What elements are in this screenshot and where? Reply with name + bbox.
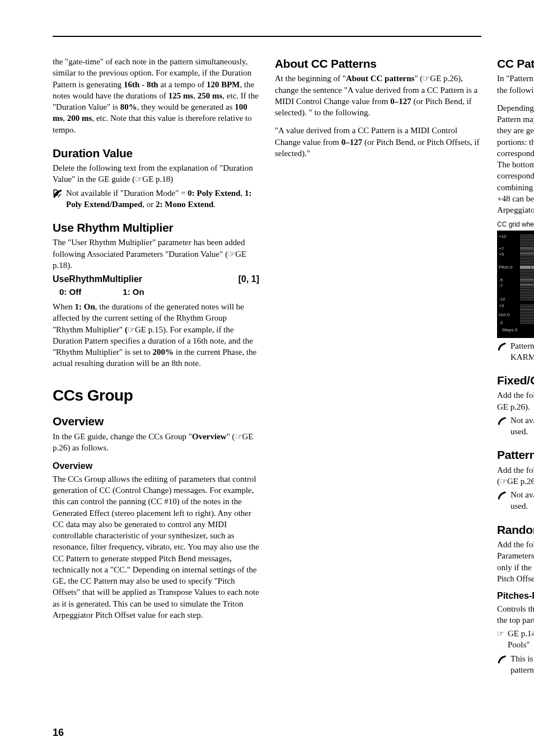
octave-grid [520, 304, 534, 324]
axis-label: +7 [499, 247, 504, 251]
bold: 200% [153, 348, 174, 356]
section-use-rhythm-multiplier: Use Rhythm Multiplier The "User Rhythm M… [53, 220, 259, 369]
bold: 120 BPM [207, 80, 240, 89]
section-cc-pattern: CC Pattern In "Pattern Grid & Associated… [497, 56, 534, 363]
text: at a tempo of [158, 80, 207, 89]
note-icon [53, 189, 63, 199]
bold: 0–127 [390, 97, 411, 106]
note: Not available in Phase 2 when Pitch Offs… [497, 489, 534, 512]
text: At the beginning of " [275, 74, 346, 83]
note-text: Not available in Phase 2 when Pitch Offs… [510, 415, 534, 438]
option-off: 0: Off [59, 287, 81, 297]
grid-highlight-row [520, 252, 534, 255]
param-row: Pitches-Random Factor [-99…+99] [497, 590, 534, 602]
pitch-zero-row [520, 266, 534, 269]
body-text: "A value derived from a CC Pattern is a … [275, 125, 481, 159]
heading: Duration Value [53, 145, 259, 161]
body-text: Delete the following text from the expla… [53, 162, 259, 185]
note-icon [497, 654, 507, 664]
body-text: Controls the shape of the weighting curv… [497, 603, 534, 626]
text: , they would be generated as [137, 102, 235, 111]
axis-label: Pitch 0 [499, 265, 512, 270]
heading: Use Rhythm Multiplier [53, 220, 259, 236]
note: Pattern grids cannot be viewed and edite… [497, 340, 534, 363]
axis-label: +12 [499, 234, 507, 239]
body-text: The CCs Group allows the editing of para… [53, 473, 259, 621]
note-icon [497, 416, 507, 426]
axis-label: +5 [499, 252, 504, 257]
cc-grid-figure: +12 +7 +5 Pitch 0 -5 -7 -12 +3 Oct 0 -3 … [497, 231, 534, 338]
body-text: the "gate-time" of each note in the patt… [53, 56, 259, 135]
heading: CC Pattern [497, 56, 534, 72]
body-text: Add the following note to the explanatio… [497, 389, 534, 412]
note: Not available if "Duration Mode" = 0: Po… [53, 187, 259, 210]
figure-caption: CC grid when being used for Pitch Offset… [497, 220, 534, 229]
body-text: Add the following parameters to Random W… [497, 539, 534, 584]
page-number: 16 [53, 726, 64, 739]
heading: Fixed/On [497, 373, 534, 388]
text: Not available if "Duration Mode" = [66, 189, 188, 198]
grid-highlight-row [520, 247, 534, 250]
body-text: Depending on internal settings of the GE… [497, 102, 534, 216]
axis-label: -12 [499, 297, 505, 302]
bold: 125 ms [168, 91, 194, 100]
grid-highlight-row [520, 279, 534, 281]
note-text: Not available if "Duration Mode" = 0: Po… [66, 187, 259, 210]
section-about-cc-patterns: About CC Patterns At the beginning of "A… [275, 56, 481, 159]
cross-reference: ☞ GE p.14 Rhythm Group: Random Weighting… [497, 628, 534, 651]
text: , or [142, 200, 156, 209]
body-text: When 1: On, the durations of the generat… [53, 301, 259, 369]
intro-paragraph: the "gate-time" of each note in the patt… [53, 56, 259, 135]
axis-label: -3 [499, 321, 503, 325]
axis-label: Oct 0 [499, 313, 509, 317]
section-pattern-type: Pattern Type Add the following note to t… [497, 447, 534, 511]
body-text: At the beginning of "About CC patterns" … [275, 73, 481, 118]
axis-label: -5 [499, 278, 503, 283]
steps-axis: Steps 0 8 16 24 32 40 48 56 64 [520, 327, 534, 335]
axis-label: +3 [499, 304, 504, 308]
axis-label: -7 [499, 284, 503, 288]
bold: 2: Mono Extend [156, 200, 213, 209]
section-ccs-group: CCs Group Overview In the GE guide, chan… [53, 385, 259, 621]
note-icon [497, 490, 507, 500]
note: This is valid only if the GE settings ma… [497, 653, 534, 676]
body-text: In the GE guide, change the CCs Group "O… [53, 431, 259, 454]
page-content: the "gate-time" of each note in the patt… [53, 56, 481, 722]
note-text: Pattern grids cannot be viewed and edite… [510, 340, 534, 363]
bold: 200 ms [67, 114, 92, 123]
bold: About CC patterns [346, 74, 415, 83]
note-icon [497, 341, 507, 351]
bold: Overview [192, 432, 227, 441]
note-text: Not available in Phase 2 when Pitch Offs… [510, 489, 534, 512]
note: Not available in Phase 2 when Pitch Offs… [497, 415, 534, 438]
bold: 0–127 [341, 138, 363, 147]
text: . [213, 200, 216, 209]
xref-text: GE p.14 Rhythm Group: Random Weighting P… [508, 628, 534, 651]
body-text: In "Pattern Grid & Associated Parameters… [497, 73, 534, 96]
bold: 250 ms [198, 91, 223, 100]
note-text: This is valid only if the GE settings ma… [510, 653, 534, 676]
param-row: UseRhythmMultiplier [0, 1] [53, 273, 259, 285]
bold: 16th - 8th [124, 80, 158, 89]
bold: 80% [120, 102, 137, 111]
section-duration-value: Duration Value Delete the following text… [53, 145, 259, 210]
heading: Random Weighting Parameters [497, 522, 534, 538]
param-name: Pitches-Random Factor [497, 590, 534, 602]
text: , [241, 189, 245, 198]
axis-label: Steps 0 [502, 327, 517, 334]
text: When [53, 302, 75, 311]
option-on: 1: On [123, 287, 144, 297]
heading: About CC Patterns [275, 56, 481, 72]
param-name: UseRhythmMultiplier [53, 273, 142, 285]
heading-overview: Overview [53, 414, 259, 429]
subheading-overview: Overview [53, 460, 259, 472]
text: In the GE guide, change the CCs Group " [53, 432, 192, 441]
text: , [193, 91, 198, 100]
bold: 1: On [75, 302, 95, 311]
heading-ccs-group: CCs Group [53, 385, 259, 406]
grid-highlight-row [520, 284, 534, 287]
text: , [63, 114, 67, 123]
body-text: The "User Rhythm Multiplier" parameter h… [53, 237, 259, 271]
pointer-icon: ☞ [497, 628, 504, 639]
bold: 0: Poly Extend [188, 189, 240, 198]
